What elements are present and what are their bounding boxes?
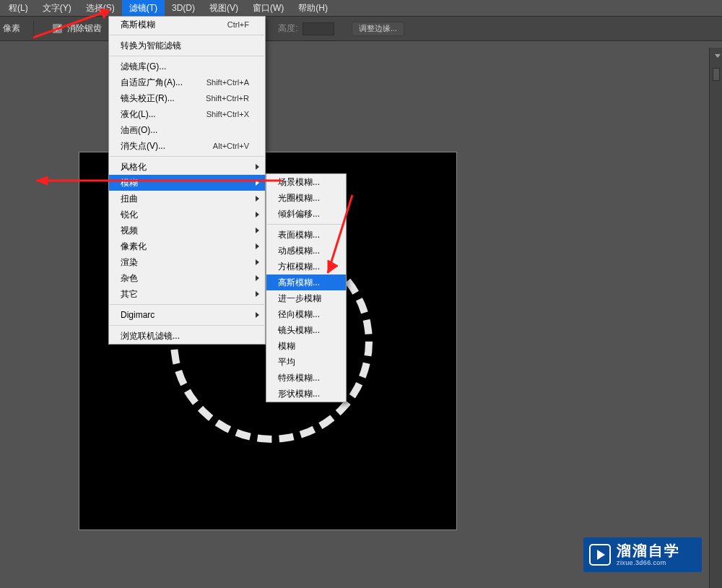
submenu-gaussian-blur[interactable]: 高斯模糊... bbox=[266, 274, 346, 290]
submenu-radial-blur[interactable]: 径向模糊... bbox=[266, 306, 346, 322]
submenu-blur-more[interactable]: 进一步模糊 bbox=[266, 290, 346, 306]
menu-divider bbox=[267, 224, 345, 225]
submenu-smart-blur[interactable]: 特殊模糊... bbox=[266, 370, 346, 386]
menu-item-last-filter[interactable]: 高斯模糊Ctrl+F bbox=[109, 17, 265, 33]
submenu-arrow-icon bbox=[256, 243, 259, 249]
submenu-arrow-icon bbox=[256, 259, 259, 265]
panel-expand-button[interactable] bbox=[711, 51, 721, 61]
menu-item-lens-correction[interactable]: 镜头校正(R)...Shift+Ctrl+R bbox=[109, 90, 265, 106]
svg-marker-3 bbox=[36, 176, 48, 185]
menu-divider bbox=[110, 35, 264, 35]
menu-divider bbox=[110, 156, 264, 157]
submenu-arrow-icon bbox=[256, 312, 259, 318]
menu-divider bbox=[110, 325, 264, 326]
menu-item-convert-smart[interactable]: 转换为智能滤镜 bbox=[109, 38, 265, 53]
chevron-down-icon bbox=[715, 54, 721, 58]
menu-item-digimarc[interactable]: Digimarc bbox=[109, 307, 265, 323]
watermark-url: zixue.3d66.com bbox=[617, 559, 680, 566]
menubar: 程(L) 文字(Y) 选择(S) 滤镜(T) 3D(D) 视图(V) 窗口(W)… bbox=[0, 0, 722, 16]
play-icon bbox=[589, 544, 611, 566]
menu-layer[interactable]: 程(L) bbox=[1, 0, 35, 17]
watermark-badge: 溜溜自学 zixue.3d66.com bbox=[583, 537, 702, 572]
menu-item-noise[interactable]: 杂色 bbox=[109, 270, 265, 286]
submenu-box-blur[interactable]: 方框模糊... bbox=[266, 259, 346, 274]
menu-item-blur[interactable]: 模糊 bbox=[109, 175, 265, 191]
menu-select[interactable]: 选择(S) bbox=[79, 0, 122, 17]
menu-help[interactable]: 帮助(H) bbox=[291, 0, 335, 17]
submenu-arrow-icon bbox=[256, 164, 259, 170]
menu-item-vanishing-point[interactable]: 消失点(V)...Alt+Ctrl+V bbox=[109, 138, 265, 154]
antialias-checkbox-wrap[interactable]: 消除锯齿 bbox=[41, 22, 102, 35]
submenu-arrow-icon bbox=[256, 228, 259, 233]
submenu-lens-blur[interactable]: 镜头模糊... bbox=[266, 322, 346, 338]
panel-icon-stub[interactable] bbox=[713, 68, 720, 81]
submenu-arrow-icon bbox=[256, 180, 259, 186]
menu-divider bbox=[110, 304, 264, 305]
height-label: 高度: bbox=[278, 22, 297, 35]
unit-label: 像素 bbox=[3, 22, 20, 35]
menu-item-distort[interactable]: 扭曲 bbox=[109, 191, 265, 207]
menu-item-video[interactable]: 视频 bbox=[109, 222, 265, 238]
filter-menu: 高斯模糊Ctrl+F 转换为智能滤镜 滤镜库(G)... 自适应广角(A)...… bbox=[108, 16, 266, 345]
submenu-arrow-icon bbox=[256, 291, 259, 297]
menu-item-stylize[interactable]: 风格化 bbox=[109, 159, 265, 175]
submenu-average[interactable]: 平均 bbox=[266, 354, 346, 370]
submenu-blur[interactable]: 模糊 bbox=[266, 338, 346, 354]
submenu-field-blur[interactable]: 场景模糊... bbox=[266, 174, 346, 190]
submenu-arrow-icon bbox=[256, 212, 259, 217]
antialias-label: 消除锯齿 bbox=[67, 23, 102, 33]
blur-submenu: 场景模糊... 光圈模糊... 倾斜偏移... 表面模糊... 动感模糊... … bbox=[266, 173, 347, 402]
menu-divider bbox=[110, 56, 264, 56]
refine-edge-button[interactable]: 调整边缘... bbox=[352, 22, 404, 36]
submenu-arrow-icon bbox=[256, 196, 259, 202]
menu-item-sharpen[interactable]: 锐化 bbox=[109, 207, 265, 222]
watermark-title: 溜溜自学 bbox=[617, 542, 680, 559]
menu-type[interactable]: 文字(Y) bbox=[35, 0, 79, 17]
menu-filter[interactable]: 滤镜(T) bbox=[122, 0, 165, 17]
toolbar-separator bbox=[33, 21, 34, 37]
right-panel-collapsed bbox=[709, 48, 722, 588]
height-input[interactable] bbox=[303, 22, 334, 35]
menu-item-oil-paint[interactable]: 油画(O)... bbox=[109, 122, 265, 138]
menu-3d[interactable]: 3D(D) bbox=[165, 1, 202, 15]
menu-item-filter-gallery[interactable]: 滤镜库(G)... bbox=[109, 59, 265, 74]
antialias-checkbox[interactable] bbox=[53, 24, 62, 33]
menu-item-render[interactable]: 渲染 bbox=[109, 254, 265, 270]
menu-window[interactable]: 窗口(W) bbox=[245, 0, 291, 17]
menu-item-other[interactable]: 其它 bbox=[109, 286, 265, 302]
menu-item-adaptive-wide[interactable]: 自适应广角(A)...Shift+Ctrl+A bbox=[109, 74, 265, 90]
submenu-arrow-icon bbox=[256, 275, 259, 281]
submenu-tilt-shift[interactable]: 倾斜偏移... bbox=[266, 206, 346, 222]
refine-edge-label: 调整边缘... bbox=[359, 23, 397, 34]
submenu-shape-blur[interactable]: 形状模糊... bbox=[266, 386, 346, 402]
menu-item-pixelate[interactable]: 像素化 bbox=[109, 238, 265, 254]
menu-item-browse-online[interactable]: 浏览联机滤镜... bbox=[109, 328, 265, 344]
menu-view[interactable]: 视图(V) bbox=[202, 0, 245, 17]
submenu-iris-blur[interactable]: 光圈模糊... bbox=[266, 190, 346, 206]
submenu-surface-blur[interactable]: 表面模糊... bbox=[266, 227, 346, 243]
menu-item-liquify[interactable]: 液化(L)...Shift+Ctrl+X bbox=[109, 106, 265, 122]
submenu-motion-blur[interactable]: 动感模糊... bbox=[266, 243, 346, 259]
